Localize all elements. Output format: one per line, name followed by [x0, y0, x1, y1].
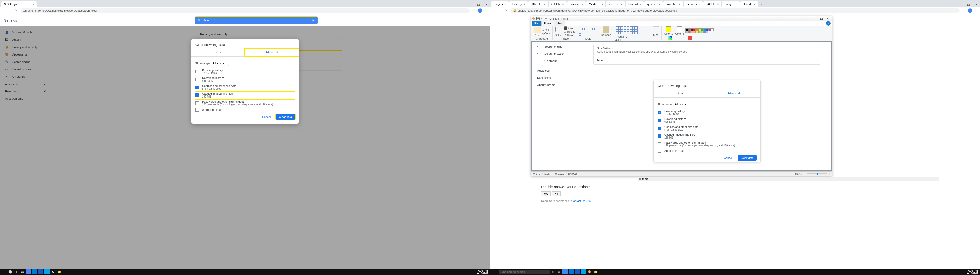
- color-swatch[interactable]: [711, 28, 714, 31]
- settings-search-box[interactable]: 🔍 ⓧ: [195, 17, 318, 24]
- back-button[interactable]: ←: [492, 8, 497, 14]
- shape-button[interactable]: [618, 32, 620, 34]
- close-icon[interactable]: ×: [657, 3, 660, 6]
- app-taskbar-icon[interactable]: ⚙: [51, 269, 56, 275]
- chrome-tab[interactable]: onlinemi×: [567, 1, 586, 7]
- color-swatch[interactable]: [690, 28, 693, 31]
- color-swatch[interactable]: [688, 31, 690, 33]
- color-swatch[interactable]: [703, 31, 706, 33]
- cancel-button[interactable]: Cancel: [259, 114, 274, 120]
- undo-icon[interactable]: ↶: [540, 17, 544, 21]
- shape-button[interactable]: [621, 32, 624, 34]
- color-1[interactable]: Color 1: [663, 26, 674, 35]
- clear-search-icon[interactable]: ⓧ: [312, 18, 315, 22]
- close-icon[interactable]: ×: [678, 3, 681, 6]
- chrome-tab[interactable]: Travesy×: [509, 1, 528, 7]
- system-tray-clock[interactable]: 7:06 PM 4/1/2020: [477, 269, 489, 275]
- color-swatch[interactable]: [696, 28, 698, 31]
- color-swatch[interactable]: [693, 31, 696, 33]
- close-button[interactable]: ✕: [824, 17, 831, 21]
- shape-button[interactable]: [635, 29, 638, 32]
- close-icon[interactable]: ×: [697, 3, 700, 6]
- edge-taskbar-icon[interactable]: [32, 269, 37, 275]
- shape-button[interactable]: [632, 32, 635, 34]
- word-taskbar-icon[interactable]: [38, 269, 43, 275]
- color-swatch[interactable]: [708, 28, 711, 31]
- checkbox[interactable]: [196, 70, 199, 73]
- cortana-icon[interactable]: ○: [14, 269, 19, 275]
- clear-item-row[interactable]: Autofill form data: [196, 107, 294, 112]
- color-swatch[interactable]: [690, 31, 693, 33]
- chrome-tab[interactable]: Discord×: [626, 1, 644, 7]
- help-icon[interactable]: ?: [826, 21, 831, 26]
- chrome-tab[interactable]: Middle E×: [586, 1, 605, 7]
- picker-tool[interactable]: [592, 28, 595, 30]
- resize-button[interactable]: ⇲ Resize: [564, 30, 576, 33]
- crop-button[interactable]: ⬛ Crop: [564, 27, 576, 30]
- brushes-button[interactable]: Brushes: [600, 26, 612, 37]
- new-tab-button[interactable]: +: [759, 2, 764, 7]
- pencil-tool[interactable]: [579, 28, 581, 30]
- cut-button[interactable]: ✂ Cut: [542, 28, 551, 32]
- close-icon[interactable]: ×: [503, 3, 506, 6]
- star-icon[interactable]: ☆: [472, 8, 477, 14]
- app-taskbar-icon[interactable]: [575, 269, 580, 275]
- color-2[interactable]: Color 2: [674, 26, 685, 35]
- system-tray-clock[interactable]: 7:06 PM 4/1/2020: [967, 269, 979, 275]
- app-taskbar-icon[interactable]: [581, 269, 586, 275]
- task-view-icon[interactable]: ▭: [20, 269, 25, 275]
- shape-button[interactable]: [616, 27, 618, 29]
- color-swatch[interactable]: [696, 31, 698, 33]
- maximize-button[interactable]: ☐: [965, 2, 972, 7]
- new-tab-button[interactable]: +: [37, 2, 43, 7]
- checkbox[interactable]: [196, 108, 199, 112]
- clear-item-row[interactable]: Download history628 items: [196, 75, 294, 83]
- checkbox[interactable]: [196, 77, 199, 81]
- shape-button[interactable]: [618, 27, 620, 29]
- app-taskbar-icon[interactable]: 📁: [57, 269, 62, 275]
- checkbox[interactable]: [196, 101, 199, 105]
- close-icon[interactable]: ×: [752, 3, 756, 6]
- maximize-button[interactable]: ☐: [475, 2, 482, 7]
- close-icon[interactable]: ×: [600, 3, 603, 6]
- close-icon[interactable]: ×: [620, 3, 623, 6]
- minimize-button[interactable]: —: [467, 2, 475, 7]
- shape-button[interactable]: [618, 29, 620, 32]
- horizontal-scrollbar[interactable]: 0 items: [638, 177, 939, 181]
- address-bar[interactable]: 🔒 audible.custhelp.com/app/answers/detai…: [511, 8, 959, 13]
- profile-avatar[interactable]: [478, 8, 482, 13]
- color-swatch[interactable]: [686, 28, 688, 31]
- clear-item-row[interactable]: Browsing history12,856 items: [196, 68, 294, 75]
- profile-avatar[interactable]: [968, 8, 972, 13]
- chrome-tab[interactable]: Services×: [684, 1, 703, 7]
- chrome-tab[interactable]: HTML En×: [528, 1, 548, 7]
- zoom-slider[interactable]: [807, 174, 827, 174]
- shape-button[interactable]: [630, 32, 632, 34]
- text-tool[interactable]: [586, 28, 588, 30]
- shape-button[interactable]: [624, 32, 626, 34]
- save-icon[interactable]: 💾: [536, 17, 540, 21]
- start-button[interactable]: ⊞: [492, 269, 496, 275]
- size-button[interactable]: Size: [652, 26, 660, 37]
- color-swatch[interactable]: [698, 31, 701, 33]
- chrome-taskbar-icon[interactable]: [563, 269, 568, 275]
- forward-button[interactable]: →: [7, 8, 13, 14]
- outline-button[interactable]: ◇ Outline: [615, 35, 627, 38]
- chrome-tab[interactable]: Joseph B×: [663, 1, 683, 7]
- settings-search-input[interactable]: [203, 19, 312, 22]
- checkbox[interactable]: ✓: [196, 93, 199, 97]
- chrome-tab-settings[interactable]: ⚙ Settings ×: [1, 1, 37, 7]
- maximize-button[interactable]: ☐: [818, 17, 824, 21]
- shape-button[interactable]: [624, 29, 626, 32]
- reload-button[interactable]: ⟳: [13, 8, 18, 14]
- color-swatch[interactable]: [698, 28, 701, 31]
- shape-button[interactable]: [621, 27, 624, 29]
- shape-button[interactable]: [627, 32, 629, 34]
- color-swatch[interactable]: [688, 28, 690, 31]
- zoom-tool[interactable]: [579, 33, 581, 36]
- shape-button[interactable]: [621, 29, 624, 32]
- color-swatch[interactable]: [706, 31, 708, 33]
- shape-button[interactable]: [635, 32, 638, 34]
- copy-button[interactable]: ⎘ Copy: [542, 32, 551, 35]
- shape-button[interactable]: [616, 29, 618, 32]
